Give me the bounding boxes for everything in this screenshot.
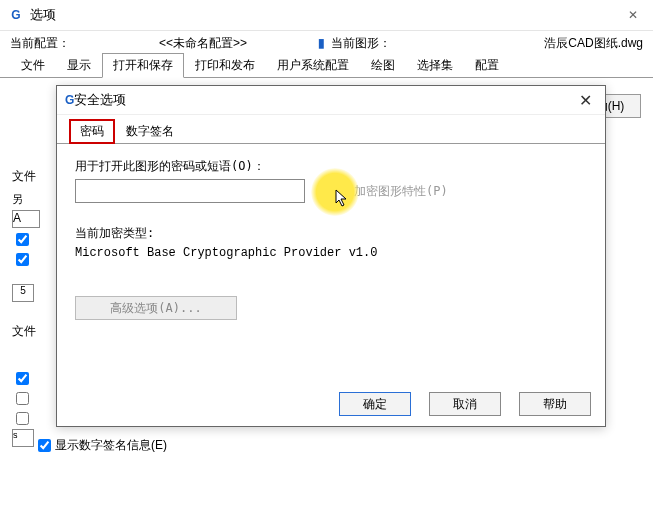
dialog-help-button[interactable]: 帮助 [519, 392, 591, 416]
num-peek[interactable]: 5 [12, 284, 34, 302]
encryption-type-label: 当前加密类型: [75, 225, 587, 242]
check-peek-1[interactable] [16, 233, 29, 246]
password-input[interactable] [75, 179, 305, 203]
combo-peek[interactable]: A [12, 210, 40, 228]
group1-label-cut: 文件 [12, 168, 42, 185]
encrypt-properties-label: 加密图形特性(P) [354, 183, 448, 200]
dialog-cancel-button[interactable]: 取消 [429, 392, 501, 416]
tab-file[interactable]: 文件 [10, 53, 56, 78]
tab-digital-signature[interactable]: 数字签名 [115, 119, 185, 144]
tab-password[interactable]: 密码 [69, 119, 115, 144]
combo-peek-2[interactable]: s [12, 429, 34, 447]
current-config-label: 当前配置： [10, 35, 70, 52]
app-logo-icon: G [8, 7, 24, 23]
advanced-options-button[interactable]: 高级选项(A)... [75, 296, 237, 320]
dialog-logo-icon: G [65, 93, 74, 107]
tab-open-save[interactable]: 打开和保存 [102, 53, 184, 78]
window-title: 选项 [30, 6, 621, 24]
dialog-title: 安全选项 [74, 91, 573, 109]
digital-signature-check-row: 显示数字签名信息(E) [34, 436, 167, 455]
tab-display[interactable]: 显示 [56, 53, 102, 78]
dialog-close-icon[interactable]: ✕ [573, 88, 597, 112]
current-drawing-label: 当前图形： [331, 35, 391, 52]
show-digital-signature-label: 显示数字签名信息(E) [55, 437, 167, 454]
tab-user-system[interactable]: 用户系统配置 [266, 53, 360, 78]
encrypt-properties-checkbox[interactable] [337, 185, 350, 198]
encryption-type-value: Microsoft Base Cryptographic Provider v1… [75, 246, 587, 260]
check-peek-2[interactable] [16, 253, 29, 266]
window-close-icon[interactable]: ✕ [621, 3, 645, 27]
main-tabs: 文件 显示 打开和保存 打印和发布 用户系统配置 绘图 选择集 配置 [0, 55, 653, 78]
left-column-peek: 文件 另 A 5 文件 s [12, 168, 42, 448]
password-label: 用于打开此图形的密码或短语(O)： [75, 158, 587, 175]
check-peek-5[interactable] [16, 412, 29, 425]
check-peek-4[interactable] [16, 392, 29, 405]
group2-label-cut: 文件 [12, 323, 42, 340]
check-peek-3[interactable] [16, 372, 29, 385]
dialog-ok-button[interactable]: 确定 [339, 392, 411, 416]
options-window: G 选项 ✕ 当前配置： <<未命名配置>> ▮ 当前图形： 浩辰CAD图纸.d… [0, 0, 653, 513]
show-digital-signature-checkbox[interactable] [38, 439, 51, 452]
tab-selection[interactable]: 选择集 [406, 53, 464, 78]
dialog-titlebar: G 安全选项 ✕ [57, 86, 605, 115]
dialog-tabs: 密码 数字签名 [57, 121, 605, 144]
tab-draw[interactable]: 绘图 [360, 53, 406, 78]
current-config-name: <<未命名配置>> [98, 35, 308, 52]
dialog-button-row: 确定 取消 帮助 [339, 392, 591, 416]
tab-print[interactable]: 打印和发布 [184, 53, 266, 78]
tab-config[interactable]: 配置 [464, 53, 510, 78]
drawing-icon: ▮ [318, 36, 325, 50]
info-row: 当前配置： <<未命名配置>> ▮ 当前图形： 浩辰CAD图纸.dwg [0, 31, 653, 55]
security-options-dialog: G 安全选项 ✕ 密码 数字签名 用于打开此图形的密码或短语(O)： 加密图形特… [56, 85, 606, 427]
titlebar: G 选项 ✕ [0, 0, 653, 31]
current-drawing-file: 浩辰CAD图纸.dwg [544, 35, 643, 52]
password-row: 加密图形特性(P) [75, 179, 587, 203]
encrypt-properties-row: 加密图形特性(P) [333, 182, 448, 201]
dialog-content: 用于打开此图形的密码或短语(O)： 加密图形特性(P) 当前加密类型: Micr… [57, 144, 605, 334]
